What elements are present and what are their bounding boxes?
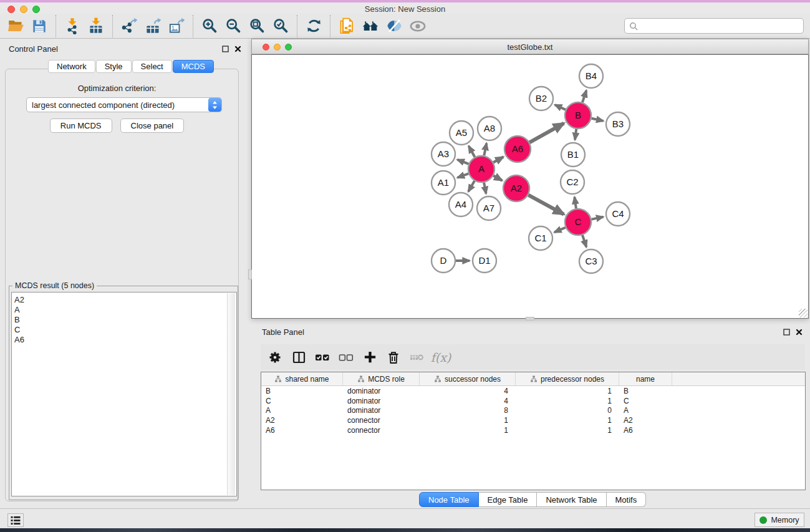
table-cell[interactable]: dominator	[343, 406, 420, 415]
graph-node-A6[interactable]: A6	[504, 136, 531, 162]
hide-details-button[interactable]	[382, 15, 406, 37]
table-cell[interactable]: 1	[516, 387, 619, 395]
graph-edge-A-A8[interactable]	[484, 143, 486, 156]
graph-node-C1[interactable]: C1	[529, 226, 552, 250]
graph-node-D[interactable]: D	[432, 249, 455, 273]
run-mcds-button[interactable]: Run MCDS	[50, 118, 112, 133]
graph-edge-A2-C[interactable]	[528, 195, 564, 215]
table-row[interactable]: A2connector11A2	[261, 415, 805, 425]
export-network-button[interactable]	[117, 15, 141, 37]
graph-edge-A-A4[interactable]	[468, 181, 475, 191]
deselect-all-checkboxes-button[interactable]	[334, 346, 358, 369]
show-details-button[interactable]	[406, 15, 430, 37]
optimization-criterion-select[interactable]: largest connected component (directed)	[26, 97, 222, 112]
column-header-name[interactable]: name	[619, 372, 672, 385]
graph-node-B4[interactable]: B4	[579, 64, 603, 88]
mcds-list-scrollbar[interactable]	[227, 293, 235, 495]
table-row[interactable]: Adominator80A	[261, 405, 805, 415]
graph-node-B2[interactable]: B2	[529, 87, 553, 110]
table-cell[interactable]: dominator	[343, 387, 420, 395]
table-cell[interactable]: 4	[420, 387, 516, 395]
graph-edge-C-C4[interactable]	[592, 217, 604, 220]
home-networks-button[interactable]	[359, 15, 382, 37]
search-input[interactable]	[641, 21, 803, 31]
mcds-result-item[interactable]: C	[12, 325, 236, 335]
graph-node-B[interactable]: B	[565, 102, 591, 128]
search-field[interactable]	[624, 18, 804, 34]
column-header-shared-name[interactable]: shared name	[261, 372, 343, 385]
tab-network[interactable]: Network	[48, 60, 95, 73]
network-canvas[interactable]: B4B2BB3A8A5A6A3B1AA1C2A2A4A7C4CC1C3DD1	[251, 54, 809, 319]
tab-mcds[interactable]: MCDS	[173, 60, 214, 73]
table-cell[interactable]: C	[261, 397, 343, 405]
table-cell[interactable]: connector	[343, 416, 420, 425]
open-folder-button[interactable]	[4, 15, 27, 37]
table-row[interactable]: A6connector11A6	[261, 425, 805, 435]
graph-edge-A-A2[interactable]	[493, 176, 502, 181]
new-network-from-file-button[interactable]	[335, 15, 359, 37]
table-cell[interactable]: A6	[261, 426, 343, 435]
save-session-button[interactable]	[27, 15, 51, 37]
graph-edge-C-C2[interactable]	[574, 197, 576, 208]
graph-node-C4[interactable]: C4	[606, 202, 630, 226]
graph-node-A5[interactable]: A5	[450, 121, 473, 145]
graph-edge-A-A5[interactable]	[469, 146, 475, 157]
zoom-fit-button[interactable]	[245, 15, 269, 37]
column-header-successor-nodes[interactable]: successor nodes	[420, 372, 516, 385]
table-cell[interactable]: B	[261, 387, 343, 395]
mcds-result-item[interactable]: A6	[12, 335, 236, 345]
close-icon[interactable]	[796, 329, 803, 336]
table-cell[interactable]: 1	[516, 426, 619, 435]
table-cell[interactable]: 1	[516, 397, 619, 405]
graph-node-A3[interactable]: A3	[432, 142, 455, 166]
table-cell[interactable]: C	[619, 397, 672, 405]
tab-motifs[interactable]: Motifs	[607, 492, 647, 507]
graph-node-A8[interactable]: A8	[478, 117, 501, 140]
graph-node-C[interactable]: C	[565, 209, 591, 235]
graph-edge-C-C3[interactable]	[582, 235, 586, 247]
close-icon[interactable]	[234, 46, 241, 52]
graph-edge-A6-B[interactable]	[529, 123, 564, 143]
export-table-button[interactable]	[141, 15, 165, 37]
graph-edge-A-A6[interactable]	[493, 157, 503, 163]
graph-node-A1[interactable]: A1	[432, 171, 455, 195]
table-row[interactable]: Bdominator41B	[261, 386, 805, 396]
table-cell[interactable]: dominator	[343, 397, 420, 405]
graph-edge-A-A1[interactable]	[458, 173, 469, 177]
graph-edge-B-B1[interactable]	[575, 129, 576, 140]
tab-node-table[interactable]: Node Table	[419, 492, 479, 507]
graph-node-D1[interactable]: D1	[473, 249, 496, 273]
table-cell[interactable]: 4	[420, 397, 516, 405]
zoom-out-button[interactable]	[221, 15, 245, 37]
network-window-titlebar[interactable]: testGlobe.txt	[251, 39, 809, 54]
graph-edge-A-A3[interactable]	[457, 160, 468, 164]
table-row[interactable]: Cdominator41C	[261, 396, 805, 406]
table-cell[interactable]: 1	[420, 426, 516, 435]
import-table-button[interactable]	[84, 15, 108, 37]
table-cell[interactable]: 0	[516, 406, 619, 415]
task-history-button[interactable]	[7, 513, 24, 527]
graph-node-C3[interactable]: C3	[579, 249, 603, 273]
zoom-in-button[interactable]	[198, 15, 221, 37]
float-icon[interactable]	[783, 329, 790, 336]
mcds-result-item[interactable]: A2	[12, 295, 236, 305]
table-cell[interactable]: A2	[261, 416, 343, 425]
graph-node-B1[interactable]: B1	[561, 143, 585, 167]
table-cell[interactable]: connector	[343, 426, 420, 435]
memory-button[interactable]: Memory	[755, 513, 804, 527]
graph-node-A4[interactable]: A4	[449, 193, 473, 216]
resize-grip-icon[interactable]	[799, 309, 808, 317]
splitter-handle-left[interactable]	[248, 269, 252, 279]
graph-node-A7[interactable]: A7	[477, 196, 501, 220]
tab-select[interactable]: Select	[132, 60, 172, 73]
graph-edge-A-A7[interactable]	[484, 183, 486, 194]
split-columns-button[interactable]	[287, 346, 311, 369]
select-all-checkboxes-button[interactable]	[311, 346, 334, 369]
close-panel-button[interactable]: Close panel	[120, 118, 185, 133]
mcds-result-item[interactable]: A	[12, 305, 236, 315]
table-cell[interactable]: 1	[420, 416, 516, 425]
table-cell[interactable]: B	[619, 387, 672, 395]
graph-edge-C-C1[interactable]	[554, 228, 566, 233]
zoom-selected-button[interactable]	[269, 15, 292, 37]
column-header-mcds-role[interactable]: MCDS role	[343, 372, 420, 385]
